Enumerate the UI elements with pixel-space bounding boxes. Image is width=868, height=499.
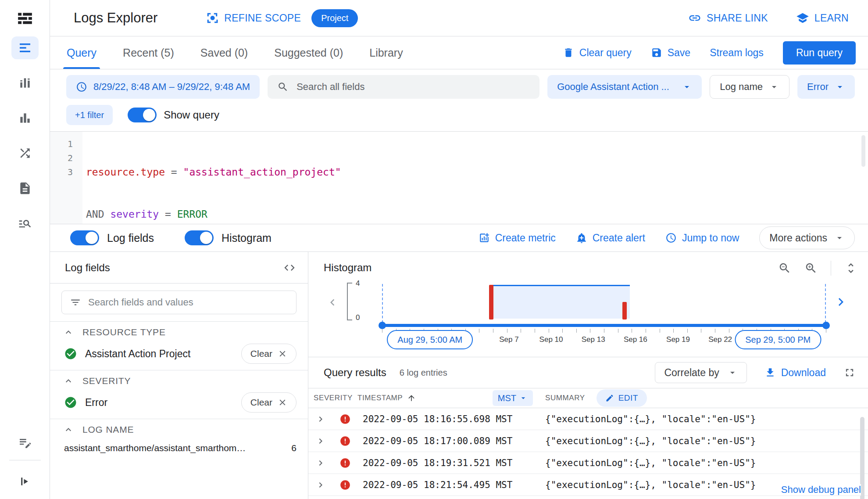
close-icon — [278, 349, 287, 359]
time-range-chip[interactable]: 8/29/22, 8:48 AM – 9/29/22, 9:48 AM — [66, 75, 260, 99]
log-name-value-row[interactable]: assistant_smarthome/assistant_smarthom… … — [50, 438, 308, 459]
tab-query[interactable]: Query — [54, 36, 110, 69]
resource-filter-dropdown[interactable]: Google Assistant Action ... — [547, 75, 702, 99]
sort-ascending-icon[interactable] — [407, 394, 416, 402]
chevron-down-icon — [519, 394, 528, 402]
expand-row-icon[interactable] — [315, 458, 326, 468]
error-severity-icon — [339, 479, 351, 491]
show-query-toggle[interactable] — [128, 108, 157, 122]
range-start-line — [382, 284, 383, 327]
code-brackets-icon[interactable] — [283, 262, 296, 274]
time-range-slider[interactable] — [382, 324, 826, 327]
trash-icon — [563, 47, 574, 58]
stream-logs-button[interactable]: Stream logs — [710, 47, 764, 59]
list-search-icon — [18, 216, 32, 230]
zoom-out-icon[interactable] — [778, 262, 791, 275]
zoom-in-icon[interactable] — [804, 262, 818, 275]
error-severity-icon — [339, 413, 351, 425]
log-fields-search-input[interactable] — [88, 297, 288, 308]
line-number-gutter: 1 2 3 — [50, 132, 82, 224]
range-end-chip[interactable]: Sep 29, 5:00 PM — [735, 330, 821, 349]
search-all-fields-input[interactable] — [296, 81, 530, 93]
severity-label: Error — [807, 81, 829, 93]
query-editor-panel[interactable]: 1 2 3 resource.type = "assistant_action_… — [50, 131, 868, 224]
nav-logs-router[interactable] — [11, 142, 39, 165]
range-start-chip[interactable]: Aug 29, 5:00 AM — [387, 330, 473, 349]
severity-selected-item: Error Clear — [50, 389, 308, 419]
tab-recent[interactable]: Recent (5) — [110, 36, 187, 69]
nav-logs-analytics[interactable] — [11, 212, 39, 235]
page-title: Logs Explorer — [74, 10, 157, 26]
severity-section-header[interactable]: SEVERITY — [50, 370, 308, 389]
pan-right-icon[interactable] — [833, 294, 849, 310]
clear-severity-button[interactable]: Clear — [241, 392, 296, 413]
expand-row-icon[interactable] — [315, 436, 326, 446]
show-debug-panel-link[interactable]: Show debug panel — [775, 484, 861, 495]
log-name-section-header[interactable]: LOG NAME — [50, 419, 308, 438]
query-code[interactable]: resource.type = "assistant_action_projec… — [82, 132, 868, 224]
nav-logs-explorer[interactable] — [11, 36, 39, 59]
clear-resource-type-button[interactable]: Clear — [241, 344, 296, 364]
histogram-selection-region[interactable] — [491, 285, 630, 319]
clear-query-button[interactable]: Clear query — [563, 47, 632, 59]
cloud-logging-logo-icon — [17, 0, 33, 36]
log-fields-search[interactable] — [61, 291, 296, 314]
selected-value-label: Error — [85, 397, 107, 409]
pan-left-icon[interactable] — [326, 296, 339, 309]
log-entry-row[interactable]: 2022-09-05 18:17:00.089 MST {"executionL… — [308, 430, 868, 452]
edit-summary-button[interactable]: EDIT — [597, 389, 647, 407]
slider-handle-end[interactable] — [822, 322, 830, 329]
log-name-value: assistant_smarthome/assistant_smarthom… — [64, 443, 284, 453]
refine-scope-icon — [206, 11, 219, 25]
histogram-toggle[interactable] — [185, 230, 214, 245]
expand-panel-button[interactable] — [11, 470, 39, 493]
log-summary: {"executionLog":{…}, "locale":"en-US"} — [541, 458, 868, 468]
y-axis-max-label: 4 — [356, 279, 360, 288]
jump-to-now-button[interactable]: Jump to now — [665, 232, 739, 244]
nav-logs-metrics[interactable] — [11, 107, 39, 129]
log-fields-toggle[interactable] — [70, 230, 99, 245]
line-number: 3 — [50, 165, 73, 179]
tab-suggested[interactable]: Suggested (0) — [261, 36, 356, 69]
add-filter-chip[interactable]: +1 filter — [66, 105, 113, 125]
nav-logs-dashboard[interactable] — [11, 72, 39, 94]
fullscreen-icon[interactable] — [843, 366, 856, 379]
more-actions-dropdown[interactable]: More actions — [759, 226, 855, 249]
slider-handle-start[interactable] — [379, 322, 386, 329]
histogram-plot[interactable]: Sep 7Sep 10Sep 13Sep 16Sep 19Sep 22 Aug … — [382, 284, 826, 354]
search-all-fields[interactable] — [268, 75, 539, 99]
expand-row-icon[interactable] — [315, 414, 326, 424]
share-link-button[interactable]: SHARE LINK — [688, 11, 768, 25]
learn-button[interactable]: LEARN — [796, 11, 849, 25]
log-entry-row[interactable]: 2022-09-05 18:19:31.521 MST {"executionL… — [308, 452, 868, 474]
unfold-more-icon[interactable] — [844, 262, 857, 275]
log-entry-row[interactable]: 2022-09-05 18:16:55.698 MST {"executionL… — [308, 408, 868, 430]
correlate-by-dropdown[interactable]: Correlate by — [655, 362, 747, 383]
create-alert-button[interactable]: Create alert — [576, 232, 645, 244]
histogram-bar — [489, 285, 493, 320]
more-actions-label: More actions — [769, 232, 827, 244]
create-metric-button[interactable]: Create metric — [479, 232, 556, 244]
column-timestamp[interactable]: TIMESTAMP — [357, 394, 403, 402]
query-results-panel: Query results 6 log entries Correlate by… — [308, 357, 868, 499]
log-fields-panel: Log fields RESOURCE TYPE Assistant Actio… — [50, 252, 308, 499]
editor-scrollbar[interactable] — [861, 135, 865, 167]
project-badge[interactable]: Project — [311, 9, 358, 27]
timezone-dropdown[interactable]: MST — [493, 390, 533, 406]
log-name-dropdown[interactable]: Log name — [710, 75, 789, 99]
refine-scope-button[interactable]: REFINE SCOPE — [206, 11, 301, 25]
nav-logs-storage[interactable] — [11, 177, 39, 200]
severity-dropdown[interactable]: Error — [797, 75, 855, 99]
tab-library[interactable]: Library — [356, 36, 416, 69]
download-button[interactable]: Download — [764, 367, 826, 379]
query-line-1: resource.type = "assistant_action_projec… — [86, 165, 868, 179]
histogram-toggle-label: Histogram — [221, 232, 271, 244]
expand-row-icon[interactable] — [315, 480, 326, 490]
run-query-button[interactable]: Run query — [783, 41, 856, 65]
feedback-button[interactable] — [11, 431, 39, 454]
resource-type-section-header[interactable]: RESOURCE TYPE — [50, 322, 308, 340]
tab-saved[interactable]: Saved (0) — [187, 36, 261, 69]
save-button[interactable]: Save — [651, 47, 690, 59]
log-name-section: LOG NAME assistant_smarthome/assistant_s… — [50, 419, 308, 459]
chevron-down-icon — [769, 82, 779, 92]
